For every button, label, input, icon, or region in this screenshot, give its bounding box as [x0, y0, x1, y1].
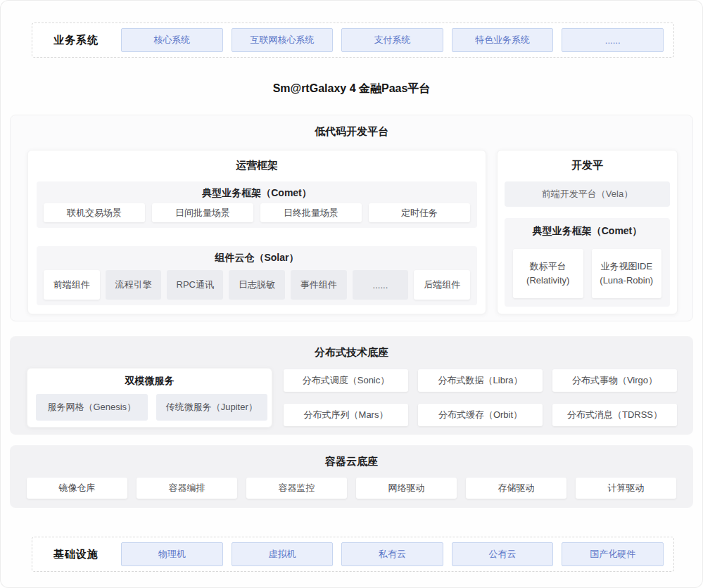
solar-component-chips: 前端组件 流程引擎 RPC通讯 日志脱敏 事件组件 ...... 后端组件	[44, 270, 470, 300]
component-chip-rpc: RPC通讯	[167, 270, 223, 300]
container-base-chips: 镜像仓库 容器编排 容器监控 网络驱动 存储驱动 计算驱动	[27, 478, 676, 499]
chip-distributed-cache-orbit: 分布式缓存（Orbit）	[418, 404, 543, 426]
scene-chip-scheduled-task: 定时任务	[369, 203, 470, 222]
distributed-base-section: 分布式技术底座 双模微服务 服务网格（Genesis） 传统微服务（Jupite…	[10, 336, 693, 435]
chip-container-orchestration: 容器编排	[137, 478, 237, 499]
infra-public-cloud: 公有云	[452, 542, 554, 566]
business-system-special: 特色业务系统	[452, 28, 554, 52]
chip-distributed-sequence-mars: 分布式序列（Mars）	[284, 404, 408, 426]
component-chip-process-engine: 流程引擎	[106, 270, 162, 300]
component-chip-backend: 后端组件	[414, 270, 470, 300]
operation-framework-panel: 运营框架 典型业务框架（Comet） 联机交易场景 日间批量场景 日终批量场景 …	[27, 150, 486, 314]
card-luna-robin-line2: (Luna-Robin)	[600, 274, 653, 288]
infrastructure-label: 基础设施	[53, 548, 113, 561]
chip-compute-driver: 计算驱动	[576, 478, 676, 499]
business-system-internet-core: 互联网核心系统	[232, 28, 334, 52]
chip-service-mesh-genesis: 服务网格（Genesis）	[36, 394, 148, 421]
chip-image-registry: 镜像仓库	[27, 478, 127, 499]
business-system-more: ......	[562, 28, 664, 52]
low-code-platform-section: 低代码开发平台 运营框架 典型业务框架（Comet） 联机交易场景 日间批量场景…	[10, 115, 693, 321]
chip-distributed-scheduling-sonic: 分布式调度（Sonic）	[284, 369, 408, 392]
container-base-title: 容器云底座	[10, 455, 693, 468]
card-relativity-line2: (Relativity)	[526, 274, 569, 288]
business-system-payment: 支付系统	[341, 28, 443, 52]
business-systems-label: 业务系统	[53, 34, 113, 47]
chip-distributed-message-tdrss: 分布式消息（TDRSS）	[552, 404, 677, 426]
scene-chip-daytime-batch: 日间批量场景	[152, 203, 253, 222]
dev-comet-framework-panel: 典型业务框架（Comet） 数标平台 (Relativity) 业务视图IDE …	[505, 218, 670, 307]
chip-container-monitoring: 容器监控	[246, 478, 347, 499]
scene-chip-online-trade: 联机交易场景	[44, 203, 145, 222]
component-chip-more: ......	[353, 270, 409, 300]
infra-private-cloud: 私有云	[341, 542, 443, 566]
dual-mode-microservice-panel: 双模微服务 服务网格（Genesis） 传统微服务（Jupiter）	[27, 368, 272, 428]
low-code-platform-title: 低代码开发平台	[11, 125, 692, 139]
platform-title: Sm@rtGalaxy 4 金融Paas平台	[0, 82, 703, 96]
solar-component-title: 组件云仓（Solar）	[37, 252, 477, 264]
operation-framework-title: 运营框架	[28, 159, 486, 172]
chip-traditional-microservice-jupiter: 传统微服务（Jupiter）	[156, 394, 268, 421]
component-chip-log-masking: 日志脱敏	[229, 270, 285, 300]
comet-framework-panel: 典型业务框架（Comet） 联机交易场景 日间批量场景 日终批量场景 定时任务	[37, 181, 477, 228]
card-relativity-line1: 数标平台	[530, 260, 566, 274]
infra-physical-machine: 物理机	[121, 542, 223, 566]
component-chip-event: 事件组件	[291, 270, 347, 300]
chip-distributed-data-libra: 分布式数据（Libra）	[418, 369, 543, 392]
container-base-section: 容器云底座 镜像仓库 容器编排 容器监控 网络驱动 存储驱动 计算驱动	[10, 445, 693, 508]
dual-mode-title: 双模微服务	[27, 375, 272, 388]
architecture-diagram: 业务系统 核心系统 互联网核心系统 支付系统 特色业务系统 ...... Sm@…	[0, 0, 703, 588]
dual-mode-chips: 服务网格（Genesis） 传统微服务（Jupiter）	[36, 394, 267, 421]
component-chip-frontend: 前端组件	[44, 270, 100, 300]
card-luna-robin-ide: 业务视图IDE (Luna-Robin)	[592, 249, 662, 298]
solar-component-panel: 组件云仓（Solar） 前端组件 流程引擎 RPC通讯 日志脱敏 事件组件 ..…	[37, 246, 477, 305]
distributed-base-title: 分布式技术底座	[10, 346, 693, 359]
vela-frontend-platform-chip: 前端开发平台（Vela）	[505, 181, 670, 207]
chip-storage-driver: 存储驱动	[466, 478, 566, 499]
comet-scene-chips: 联机交易场景 日间批量场景 日终批量场景 定时任务	[44, 203, 470, 222]
comet-framework-title: 典型业务框架（Comet）	[37, 187, 477, 200]
chip-distributed-transaction-virgo: 分布式事物（Virgo）	[552, 369, 677, 392]
business-system-core: 核心系统	[121, 28, 223, 52]
distributed-services-grid: 分布式调度（Sonic） 分布式数据（Libra） 分布式事物（Virgo） 分…	[284, 369, 677, 426]
scene-chip-endofday-batch: 日终批量场景	[260, 203, 362, 222]
chip-network-driver: 网络驱动	[356, 478, 457, 499]
card-luna-robin-line1: 业务视图IDE	[600, 260, 652, 274]
infra-domestic-hardware: 国产化硬件	[562, 542, 664, 566]
dev-comet-framework-title: 典型业务框架（Comet）	[505, 225, 670, 238]
business-systems-row: 业务系统 核心系统 互联网核心系统 支付系统 特色业务系统 ......	[32, 23, 674, 58]
infrastructure-row: 基础设施 物理机 虚拟机 私有云 公有云 国产化硬件	[32, 537, 674, 572]
infra-virtual-machine: 虚拟机	[232, 542, 334, 566]
dev-platform-panel: 开发平 前端开发平台（Vela） 典型业务框架（Comet） 数标平台 (Rel…	[497, 150, 678, 314]
dev-platform-title: 开发平	[498, 159, 677, 172]
card-relativity-platform: 数标平台 (Relativity)	[513, 249, 583, 298]
dev-comet-cards: 数标平台 (Relativity) 业务视图IDE (Luna-Robin)	[513, 249, 661, 298]
